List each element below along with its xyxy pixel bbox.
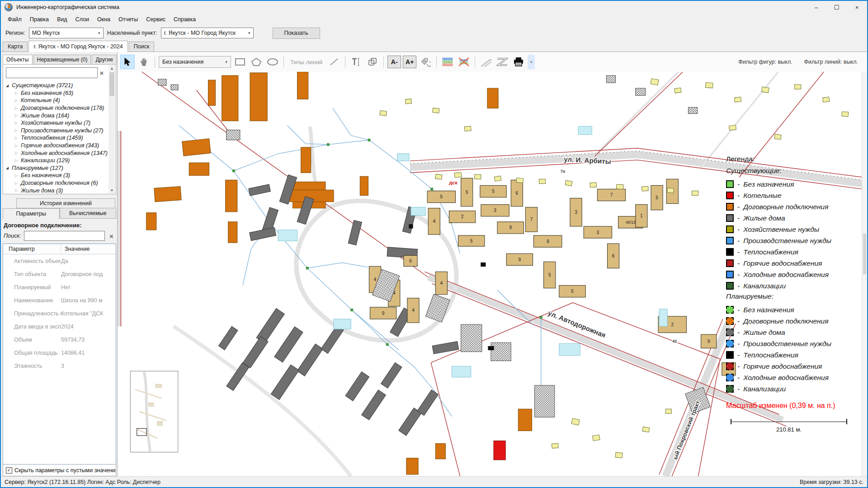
map-building[interactable] xyxy=(774,134,781,140)
map-building[interactable] xyxy=(578,127,592,135)
table-row[interactable]: Дата ввода в эксплуат 2024 xyxy=(3,320,116,333)
map-building[interactable]: 5 xyxy=(427,191,455,202)
map-building[interactable]: 5 xyxy=(480,185,506,197)
map-building[interactable] xyxy=(488,346,494,350)
map-building[interactable]: 6 xyxy=(404,255,417,266)
map-building[interactable]: 5 xyxy=(461,178,473,206)
map-building[interactable] xyxy=(399,408,421,436)
settlement-select[interactable]: г. Якутск - МО Город Якутск ▾ xyxy=(161,28,254,38)
map-building[interactable] xyxy=(692,191,698,195)
network-node[interactable] xyxy=(306,267,308,269)
map-building[interactable] xyxy=(435,444,445,459)
pan-tool-button[interactable] xyxy=(137,55,151,69)
map-building[interactable] xyxy=(321,325,344,353)
map-building[interactable] xyxy=(397,154,409,161)
region-select[interactable]: МО Якутск ▾ xyxy=(29,28,104,38)
map-building[interactable] xyxy=(735,97,741,102)
pipe-line[interactable] xyxy=(287,126,328,145)
tree-item[interactable]: ▷ Договорные подключения (6) xyxy=(6,179,116,187)
boundary-line[interactable] xyxy=(594,72,683,156)
map-building[interactable]: 7 xyxy=(597,189,625,201)
menu-item[interactable]: Слои xyxy=(71,15,93,24)
map-building[interactable] xyxy=(425,294,450,322)
close-button[interactable]: × xyxy=(847,1,867,14)
menu-item[interactable]: Вид xyxy=(53,15,71,24)
tree-item[interactable]: ▷ Теплоснабжения (1459) xyxy=(6,134,116,142)
map-canvas[interactable]: 542553697995337640/1329944946451575 ул. … xyxy=(118,72,867,476)
measure-path-button[interactable] xyxy=(495,55,509,69)
table-row[interactable]: Общая площадь 14086,41 xyxy=(3,346,116,359)
tree-item[interactable]: ▷ Горячие водоснабжения (343) xyxy=(6,142,116,150)
tree-item[interactable]: ▷ Холодные водоснабжения (1347) xyxy=(6,149,116,157)
map-building[interactable] xyxy=(565,180,572,186)
layers-fill-button[interactable] xyxy=(440,55,455,69)
menu-item[interactable]: Сервис xyxy=(142,15,170,24)
value-col-header[interactable]: Значение xyxy=(61,244,91,254)
map-building[interactable] xyxy=(552,443,558,448)
map-building[interactable] xyxy=(271,365,299,399)
font-decrease-button[interactable]: A- xyxy=(387,56,401,68)
map-building[interactable] xyxy=(516,178,524,183)
map-building[interactable]: 5 xyxy=(651,185,663,210)
map-building[interactable]: 3 xyxy=(481,205,509,216)
boundary-line[interactable] xyxy=(142,72,429,277)
table-row[interactable]: Объем 59734,73 xyxy=(3,333,116,346)
draw-ellipse-button[interactable] xyxy=(265,55,280,69)
clear-param-search-icon[interactable]: × xyxy=(108,232,115,240)
parameter-tab[interactable]: Вычисляемые xyxy=(60,208,117,219)
map-building[interactable] xyxy=(362,390,386,420)
map-building[interactable] xyxy=(616,184,623,189)
map-building[interactable] xyxy=(146,213,156,230)
map-building[interactable] xyxy=(461,324,482,352)
map-building[interactable] xyxy=(606,75,615,83)
map-building[interactable] xyxy=(539,179,546,183)
map-building[interactable] xyxy=(452,366,471,377)
tree-expander-icon[interactable]: ▷ xyxy=(15,113,21,117)
toolbar-overflow-button[interactable]: ▾ xyxy=(528,55,535,69)
copy-object-button[interactable] xyxy=(365,55,380,69)
map-building[interactable] xyxy=(665,409,671,413)
map-building[interactable] xyxy=(642,427,649,432)
tree-expander-icon[interactable]: ▷ xyxy=(15,144,21,148)
map-building[interactable]: 1 xyxy=(636,205,647,227)
map-building[interactable]: 9 xyxy=(701,334,717,348)
menu-item[interactable]: Окна xyxy=(93,15,114,24)
purpose-select[interactable]: Без назначения ▾ xyxy=(159,56,231,68)
map-building[interactable] xyxy=(667,188,674,193)
draw-rectangle-button[interactable] xyxy=(233,55,247,69)
map-building[interactable] xyxy=(406,99,412,104)
map-building[interactable] xyxy=(651,79,659,85)
tree-expander-icon[interactable]: ▷ xyxy=(15,106,21,110)
network-node[interactable] xyxy=(386,343,388,346)
map-building[interactable] xyxy=(218,326,238,350)
map-building[interactable] xyxy=(435,174,442,179)
map-building[interactable] xyxy=(705,82,713,88)
menu-item[interactable]: Файл xyxy=(4,15,26,24)
map-building[interactable] xyxy=(417,390,438,416)
tree-item[interactable]: ▷ Без назначения (3) xyxy=(6,172,116,179)
map-building[interactable] xyxy=(297,72,308,99)
map-building[interactable] xyxy=(228,222,237,243)
map-building[interactable] xyxy=(171,84,178,90)
show-button[interactable]: Показать xyxy=(273,28,320,39)
print-button[interactable] xyxy=(511,55,526,69)
map-building[interactable]: 6 xyxy=(607,244,619,268)
map-building[interactable] xyxy=(729,125,736,130)
menu-item[interactable]: Правка xyxy=(26,15,53,24)
map-building[interactable]: 5 xyxy=(544,262,556,288)
map-building[interactable] xyxy=(688,107,697,113)
menu-item[interactable]: Справка xyxy=(170,15,200,24)
tree-expander-icon[interactable]: ▷ xyxy=(15,99,21,103)
map-building[interactable]: 3 xyxy=(570,198,582,226)
map-building[interactable] xyxy=(659,309,667,326)
pipe-line[interactable] xyxy=(333,108,369,140)
network-node[interactable] xyxy=(351,309,353,311)
scroll-down-icon[interactable]: ▼ xyxy=(110,187,114,193)
map-building[interactable] xyxy=(226,180,237,211)
table-row[interactable]: Планируемый Нет xyxy=(3,281,116,294)
map-building[interactable] xyxy=(226,130,240,140)
tree-expander-icon[interactable]: ▷ xyxy=(15,174,21,178)
table-row[interactable]: Наименование Школа на 990 м xyxy=(3,294,116,307)
param-search-input[interactable] xyxy=(24,231,105,241)
sidebar-tab[interactable]: Неразмещенные (0) xyxy=(33,55,91,64)
